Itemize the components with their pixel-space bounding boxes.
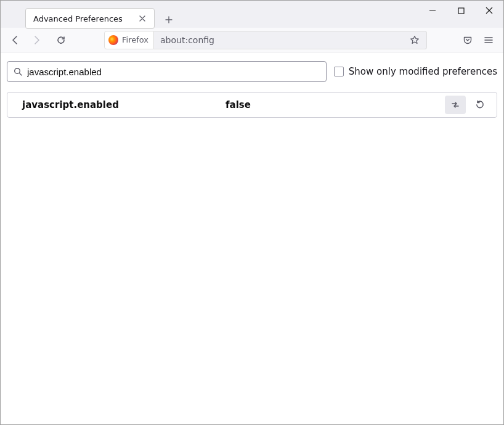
reset-button[interactable] — [469, 96, 490, 114]
url-text: about:config — [160, 35, 407, 45]
identity-label: Firefox — [122, 35, 148, 44]
toolbar-right — [458, 31, 498, 49]
identity-box[interactable]: Firefox — [104, 31, 154, 49]
url-bar-wrap: Firefox about:config — [104, 31, 427, 49]
pref-list: javascript.enabled false — [7, 92, 497, 118]
bookmark-star-icon[interactable] — [407, 32, 423, 48]
url-bar[interactable]: about:config — [154, 31, 427, 49]
about-config-content: Show only modified preferences javascrip… — [1, 52, 503, 424]
nav-toolbar: Firefox about:config — [1, 28, 503, 52]
pref-search-input[interactable] — [27, 67, 320, 77]
search-row: Show only modified preferences — [7, 61, 497, 82]
pref-name: javascript.enabled — [22, 99, 226, 110]
close-window-button[interactable] — [475, 1, 503, 20]
maximize-button[interactable] — [447, 1, 475, 20]
tab-strip: Advanced Preferences — [1, 1, 503, 28]
back-button[interactable] — [6, 31, 25, 49]
minimize-button[interactable] — [418, 1, 447, 20]
app-menu-button[interactable] — [479, 31, 498, 49]
forward-button[interactable] — [26, 31, 46, 49]
show-only-modified-label: Show only modified preferences — [349, 66, 497, 77]
tab-title: Advanced Preferences — [33, 14, 132, 23]
show-only-modified-wrap[interactable]: Show only modified preferences — [334, 66, 497, 77]
show-only-modified-checkbox[interactable] — [334, 67, 344, 76]
save-to-pocket-button[interactable] — [458, 31, 478, 49]
browser-window: Advanced Preferences — [0, 0, 504, 425]
pref-value: false — [226, 99, 445, 110]
close-tab-icon[interactable] — [137, 13, 148, 24]
search-icon — [14, 67, 22, 76]
pref-search-box[interactable] — [7, 61, 327, 82]
firefox-icon — [108, 35, 118, 45]
svg-rect-0 — [458, 8, 464, 14]
toggle-button[interactable] — [445, 96, 466, 114]
window-controls — [418, 1, 503, 28]
new-tab-button[interactable] — [160, 10, 178, 29]
pref-actions — [445, 96, 490, 114]
reload-button[interactable] — [51, 31, 71, 49]
pref-row[interactable]: javascript.enabled false — [7, 93, 497, 117]
tab-active[interactable]: Advanced Preferences — [25, 8, 155, 29]
